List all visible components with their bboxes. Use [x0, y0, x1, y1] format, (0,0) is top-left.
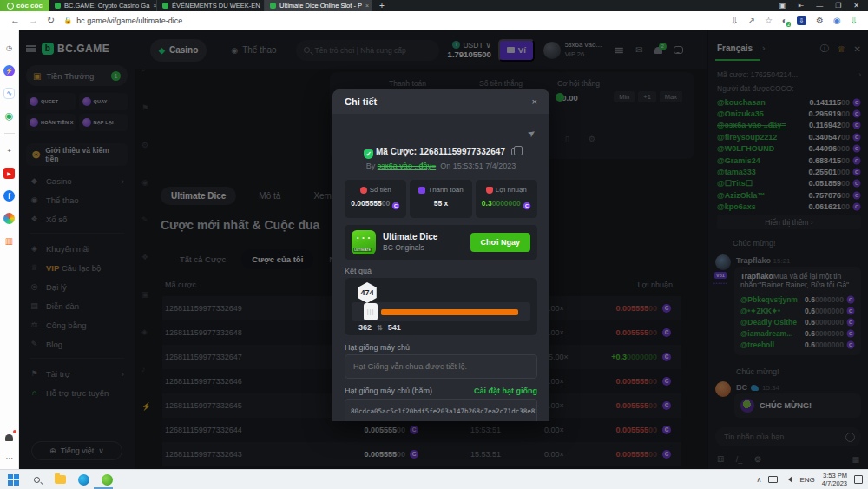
- coccoc-taskbar-icon[interactable]: [101, 473, 114, 486]
- tab-title: BC.GAME: Crypto Casino Ga: [64, 2, 149, 10]
- stat-icon: [486, 187, 493, 194]
- seed-settings-link[interactable]: Cài đặt hạt giống: [474, 387, 537, 395]
- stat-icon: [418, 187, 425, 194]
- range-labels: 362 ⇅ 541: [358, 323, 401, 332]
- url-text[interactable]: bc.game/vi/game/ultimate-dice: [76, 17, 182, 25]
- facebook-icon[interactable]: f: [3, 190, 15, 202]
- bookmark-star-icon[interactable]: ☆: [765, 16, 773, 25]
- reopen-tab-icon[interactable]: ⇤: [798, 2, 804, 10]
- windows-taskbar: ∧ ENG 3:53 PM 4/7/2023: [0, 469, 868, 489]
- share-arrow-icon[interactable]: ➤: [525, 127, 538, 141]
- coin-icon: [392, 202, 400, 210]
- browser-tab[interactable]: ÉVÉNEMENTS DU WEEK-EN ×: [157, 0, 265, 11]
- modal-close-icon[interactable]: ×: [532, 96, 537, 107]
- verified-shield-icon: ✓: [364, 149, 373, 159]
- save-page-icon[interactable]: ⇩: [731, 16, 738, 25]
- tray-expand-icon[interactable]: ∧: [757, 476, 762, 484]
- game-name: Ultimate Dice: [383, 231, 437, 243]
- swap-icon: ⇅: [377, 324, 383, 332]
- play-now-button[interactable]: Chơi Ngay: [470, 233, 530, 252]
- bcgame-page: bBC.GAME ▣ Tiền Thưởng 1 QUEST QUAY HOÀN…: [19, 30, 868, 469]
- coccoc-brand[interactable]: cốc cốc: [0, 0, 49, 11]
- browser-tabstrip: cốc cốc BC.GAME: Crypto Casino Ga × ÉVÉN…: [0, 0, 868, 11]
- edge-browser-icon[interactable]: [77, 473, 90, 486]
- modal-title: Chi tiết: [345, 96, 377, 107]
- server-seed-input[interactable]: [345, 354, 537, 379]
- shopping-icon[interactable]: ▥: [3, 235, 15, 247]
- seed-hash-value[interactable]: 80cdca05ac5c1f20bdf5fe203a147b268c7ea2c7…: [345, 399, 537, 421]
- clock-time: 3:53 PM: [823, 472, 847, 479]
- seed-hash-label: Hạt giống máy chủ (bằm): [345, 387, 432, 395]
- adblock-shield-icon[interactable]: ◐2: [782, 16, 787, 25]
- profile-icon[interactable]: ◉: [833, 16, 841, 25]
- range-low: 362: [358, 323, 372, 332]
- screenshot-icon[interactable]: ▣: [779, 2, 786, 10]
- browser-tab[interactable]: Ultimate Dice Online Slot - P ×: [265, 0, 372, 11]
- bet-byline: By ɔɜx6a vào ..đây= On 15:53:51 7/4/2023: [332, 162, 549, 170]
- bet-id-line: ✓ Mã Cược: 126811159977332647: [332, 147, 549, 159]
- modal-header: Chi tiết ×: [332, 89, 549, 114]
- bet-stats: Số tiền 0.00555500 Thanh toán 55 x Lợi n…: [345, 180, 537, 218]
- taskbar-clock[interactable]: 3:53 PM 4/7/2023: [822, 472, 847, 488]
- history-icon[interactable]: ◷: [3, 43, 15, 54]
- chart-app-icon[interactable]: ∿: [3, 88, 15, 99]
- stat-label: Thanh toán: [428, 186, 463, 194]
- messenger-icon[interactable]: ⚡: [3, 65, 15, 76]
- forward-button[interactable]: →: [29, 15, 38, 26]
- browser-viewport: ◷ ⚡ ∿ ◉ + ▶ f ▥ ⋯ bBC.GAME ▣ Tiền Thư: [0, 30, 868, 469]
- minimize-button[interactable]: —: [816, 2, 823, 10]
- back-button[interactable]: ←: [10, 15, 20, 26]
- extensions-icon[interactable]: ⚙: [816, 16, 824, 25]
- downloads-icon[interactable]: ⇩: [851, 16, 858, 25]
- sports-site-icon[interactable]: [3, 213, 15, 224]
- tab-close-icon[interactable]: ×: [365, 3, 369, 9]
- input-language[interactable]: ENG: [799, 476, 814, 484]
- address-bar: ← → ↻ 🔒 bc.game/vi/game/ultimate-dice ⇩ …: [0, 11, 868, 30]
- stat-card: Thanh toán 55 x: [410, 180, 471, 218]
- bet-timestamp: 15:53:51 7/4/2023: [453, 162, 516, 170]
- browser-tab[interactable]: BC.GAME: Crypto Casino Ga ×: [49, 0, 157, 11]
- notification-bell-icon[interactable]: [3, 432, 15, 443]
- more-options-icon[interactable]: ⋯: [6, 454, 13, 469]
- result-label: Kết quả: [345, 267, 372, 275]
- notification-center-icon[interactable]: [854, 475, 863, 484]
- file-explorer-icon[interactable]: [54, 473, 67, 486]
- display-tray-icon[interactable]: [768, 476, 778, 483]
- brand-label: cốc cốc: [16, 2, 43, 10]
- tab-list: BC.GAME: Crypto Casino Ga × ÉVÉNEMENTS D…: [49, 0, 372, 11]
- restore-button[interactable]: ❐: [835, 2, 841, 10]
- close-button[interactable]: ✕: [853, 2, 859, 10]
- youtube-icon[interactable]: ▶: [3, 168, 15, 179]
- games-icon[interactable]: ◉: [3, 110, 15, 122]
- coin-icon: [523, 202, 531, 210]
- slider-handle[interactable]: |||: [364, 303, 378, 320]
- coccoc-logo-icon: [7, 3, 14, 10]
- lock-icon: 🔒: [63, 17, 72, 24]
- dice-slider[interactable]: |||: [352, 302, 530, 321]
- tab-close-icon[interactable]: ×: [153, 3, 156, 9]
- bet-details-modal: Chi tiết × ➤ ✓ Mã Cược: 1268111599773326…: [332, 89, 549, 421]
- bet-id-value: 126811159977332647: [419, 147, 505, 156]
- tab-title: Ultimate Dice Online Slot - P: [279, 2, 362, 10]
- stat-card: Số tiền 0.00555500: [345, 180, 406, 218]
- stat-label: Lợi nhuận: [496, 186, 527, 194]
- coccoc-sidebar: ◷ ⚡ ∿ ◉ + ▶ f ▥ ⋯: [0, 30, 19, 469]
- game-provider: BC Originals: [383, 243, 437, 254]
- range-high: 541: [388, 323, 401, 332]
- new-tab-button[interactable]: +: [372, 0, 391, 11]
- add-shortcut-icon[interactable]: +: [3, 145, 15, 156]
- taskbar-search-icon[interactable]: [30, 473, 43, 486]
- copy-icon[interactable]: [511, 148, 518, 155]
- reload-button[interactable]: ↻: [47, 15, 55, 26]
- window-controls: ▣ ⇤ — ❐ ✕: [779, 0, 868, 11]
- game-card: Ultimate Dice BC Originals Chơi Ngay: [345, 225, 537, 260]
- stat-label: Số tiền: [370, 186, 391, 194]
- share-icon[interactable]: ↗: [748, 16, 755, 25]
- volume-tray-icon[interactable]: [785, 476, 792, 483]
- tab-title: ÉVÉNEMENTS DU WEEK-EN: [172, 2, 260, 10]
- download-manager-icon[interactable]: ⇩: [797, 16, 806, 25]
- url-box[interactable]: 🔒 bc.game/vi/game/ultimate-dice: [63, 17, 182, 25]
- server-seed-label: Hạt giống máy chủ: [345, 343, 410, 352]
- start-button[interactable]: [7, 473, 20, 486]
- bet-username[interactable]: ɔɜx6a vào ..đây=: [378, 162, 436, 170]
